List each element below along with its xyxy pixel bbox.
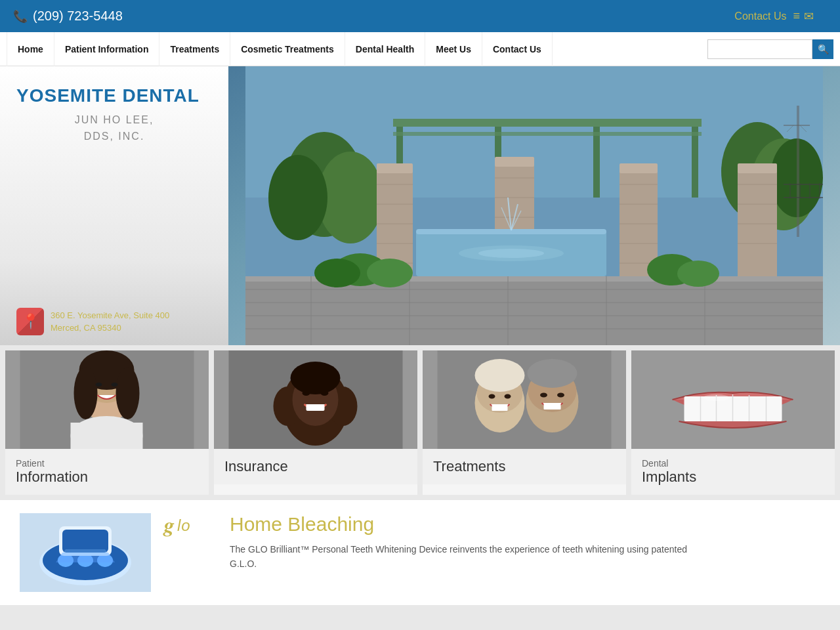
search-input[interactable] bbox=[707, 39, 812, 59]
svg-marker-129 bbox=[60, 549, 110, 556]
card-image-insurance bbox=[214, 350, 417, 449]
menu-icon: ≡ bbox=[793, 9, 800, 23]
svg-point-4 bbox=[268, 155, 327, 240]
glo-logo: 𝒈 lo bbox=[164, 513, 191, 537]
main-nav: Home Patient Information Treatments Cosm… bbox=[0, 32, 840, 66]
patient-info-image-svg bbox=[5, 350, 209, 449]
svg-point-66 bbox=[677, 261, 719, 287]
svg-point-95 bbox=[291, 362, 341, 394]
svg-rect-10 bbox=[593, 119, 600, 198]
email-icon[interactable]: ✉ bbox=[804, 9, 814, 24]
hero-scene-svg bbox=[228, 66, 840, 345]
card-main-label-insurance: Insurance bbox=[224, 458, 407, 475]
card-patient-info[interactable]: Patient Information bbox=[5, 350, 209, 495]
nav-search: 🔍 bbox=[707, 39, 833, 59]
card-main-label-implants: Implants bbox=[642, 469, 824, 486]
svg-rect-12 bbox=[393, 119, 702, 127]
hero-image bbox=[228, 66, 840, 345]
map-pin-icon: 📍 bbox=[16, 308, 44, 335]
device-svg bbox=[20, 513, 151, 592]
nav-item-dental-health[interactable]: Dental Health bbox=[345, 32, 425, 66]
hero-left-panel: YOSEMITE DENTAL JUN HO LEE, DDS, INC. 📍 … bbox=[0, 66, 228, 345]
svg-point-83 bbox=[96, 383, 102, 387]
svg-point-63 bbox=[367, 259, 413, 287]
card-image-implants bbox=[631, 350, 835, 449]
phone-number: 📞 (209) 723-5448 bbox=[13, 9, 123, 24]
bleaching-title: Home Bleaching bbox=[230, 513, 820, 536]
hero-address: 📍 360 E. Yosemite Ave, Suite 400 Merced,… bbox=[16, 297, 212, 345]
bleaching-device-image bbox=[20, 513, 151, 592]
card-main-label-patient: Information bbox=[16, 469, 198, 486]
card-insurance[interactable]: Insurance bbox=[214, 350, 417, 495]
card-label-implants: Dental Implants bbox=[631, 449, 835, 495]
card-top-label-patient: Patient bbox=[16, 458, 198, 469]
top-bar: 📞 (209) 723-5448 Contact Us ≡ ✉ bbox=[0, 0, 840, 32]
card-image-patient-info bbox=[5, 350, 209, 449]
implants-image-svg bbox=[631, 350, 835, 449]
card-label-insurance: Insurance bbox=[214, 449, 417, 484]
top-bar-right: Contact Us ≡ ✉ bbox=[721, 0, 827, 32]
bleaching-content: Home Bleaching The GLO Brilliant™ Person… bbox=[230, 513, 820, 572]
svg-rect-11 bbox=[692, 119, 698, 198]
svg-point-64 bbox=[314, 259, 360, 287]
svg-point-99 bbox=[475, 359, 525, 392]
svg-rect-23 bbox=[495, 157, 534, 167]
card-implants[interactable]: Dental Implants bbox=[631, 350, 835, 495]
phone-icon: 📞 bbox=[13, 9, 28, 24]
svg-point-104 bbox=[505, 394, 511, 399]
nav-item-treatments[interactable]: Treatments bbox=[159, 32, 230, 66]
svg-rect-86 bbox=[71, 423, 143, 449]
treatments-image-svg bbox=[423, 350, 626, 449]
card-label-patient-info: Patient Information bbox=[5, 449, 209, 495]
nav-item-home[interactable]: Home bbox=[7, 32, 54, 66]
card-treatments[interactable]: Treatments bbox=[423, 350, 626, 495]
nav-item-cosmetic[interactable]: Cosmetic Treatments bbox=[230, 32, 345, 66]
svg-rect-15 bbox=[377, 163, 413, 173]
card-main-label-treatments: Treatments bbox=[433, 458, 616, 475]
bleaching-description: The GLO Brilliant™ Personal Teeth Whiten… bbox=[230, 542, 702, 572]
svg-point-81 bbox=[74, 367, 98, 419]
svg-point-102 bbox=[528, 359, 578, 388]
svg-point-116 bbox=[704, 394, 730, 401]
clinic-branding: YOSEMITE DENTAL JUN HO LEE, DDS, INC. bbox=[16, 86, 212, 145]
address-text: 360 E. Yosemite Ave, Suite 400 Merced, C… bbox=[51, 309, 169, 335]
top-contact-us-link[interactable]: Contact Us bbox=[734, 10, 786, 22]
svg-rect-31 bbox=[620, 163, 658, 173]
svg-point-103 bbox=[489, 394, 495, 399]
svg-point-107 bbox=[557, 393, 564, 398]
svg-rect-94 bbox=[306, 404, 325, 411]
glo-swirl-icon: 𝒈 bbox=[164, 513, 175, 537]
cards-row: Patient Information bbox=[0, 345, 840, 500]
bottom-section: 𝒈 lo Home Bleaching The GLO Brilliant™ P… bbox=[0, 500, 840, 605]
nav-item-patient-info[interactable]: Patient Information bbox=[54, 32, 160, 66]
glo-logo-area: 𝒈 lo bbox=[164, 513, 217, 537]
svg-point-82 bbox=[116, 367, 140, 419]
svg-rect-108 bbox=[544, 403, 561, 410]
clinic-subtitle: JUN HO LEE, DDS, INC. bbox=[16, 112, 212, 145]
svg-rect-13 bbox=[393, 132, 702, 136]
insurance-image-svg bbox=[214, 350, 417, 449]
clinic-name: YOSEMITE DENTAL bbox=[16, 86, 212, 106]
glo-text: lo bbox=[177, 516, 191, 535]
nav-item-contact-us[interactable]: Contact Us bbox=[482, 32, 553, 66]
search-button[interactable]: 🔍 bbox=[812, 39, 833, 59]
svg-point-57 bbox=[478, 249, 544, 258]
card-image-treatments bbox=[423, 350, 626, 449]
card-label-treatments: Treatments bbox=[423, 449, 626, 484]
svg-point-106 bbox=[540, 393, 547, 398]
main-content: YOSEMITE DENTAL JUN HO LEE, DDS, INC. 📍 … bbox=[0, 66, 840, 605]
nav-item-meet-us[interactable]: Meet Us bbox=[425, 32, 482, 66]
top-bar-icons: ≡ ✉ bbox=[793, 9, 814, 24]
svg-rect-38 bbox=[738, 163, 777, 173]
svg-rect-127 bbox=[62, 530, 108, 553]
hero-section: YOSEMITE DENTAL JUN HO LEE, DDS, INC. 📍 … bbox=[0, 66, 840, 345]
card-top-label-dental: Dental bbox=[642, 458, 824, 469]
svg-point-84 bbox=[112, 383, 118, 387]
svg-rect-105 bbox=[492, 404, 508, 411]
